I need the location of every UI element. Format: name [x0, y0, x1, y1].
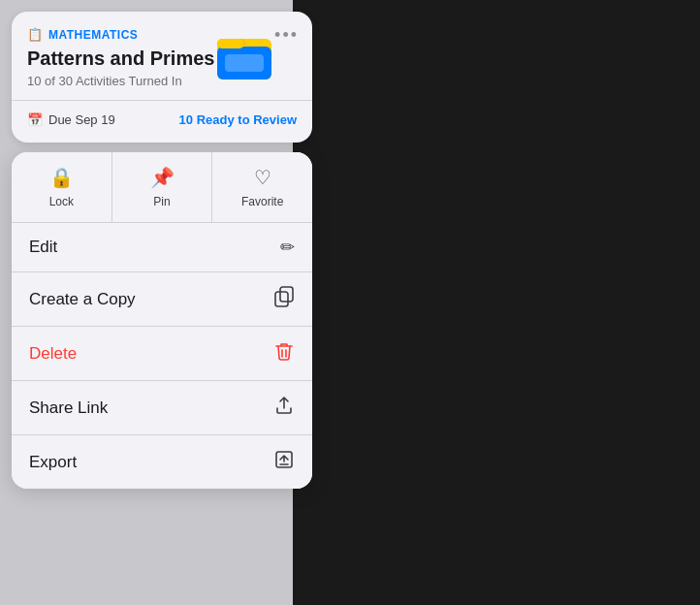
- assignment-card: 📋 MATHEMATICS Patterns and Primes 10 of …: [12, 12, 312, 143]
- svg-rect-4: [280, 287, 293, 302]
- create-copy-menu-item[interactable]: Create a Copy: [12, 272, 312, 327]
- context-menu: 🔒 Lock 📌 Pin ♡ Favorite Edit ✏ Create a …: [12, 152, 312, 489]
- due-date: 📅 Due Sep 19: [27, 112, 115, 127]
- pin-action[interactable]: 📌 Pin: [112, 152, 213, 222]
- lock-action[interactable]: 🔒 Lock: [12, 152, 112, 222]
- export-menu-item[interactable]: Export: [12, 435, 312, 489]
- share-link-label: Share Link: [29, 398, 108, 418]
- folder-icon-container: [215, 25, 273, 87]
- export-icon: [273, 449, 295, 475]
- card-divider: [12, 100, 312, 101]
- create-copy-label: Create a Copy: [29, 290, 136, 309]
- svg-rect-5: [275, 292, 288, 306]
- share-link-menu-item[interactable]: Share Link: [12, 381, 312, 435]
- delete-menu-item[interactable]: Delete: [12, 327, 312, 381]
- trash-icon: [273, 340, 295, 366]
- export-label: Export: [29, 453, 77, 472]
- pin-icon: 📌: [150, 166, 175, 189]
- card-footer: 📅 Due Sep 19 10 Ready to Review: [27, 112, 297, 127]
- edit-icon: ✏: [280, 237, 295, 258]
- subject-label: MATHEMATICS: [48, 28, 138, 42]
- edit-menu-item[interactable]: Edit ✏: [12, 223, 312, 272]
- favorite-action[interactable]: ♡ Favorite: [212, 152, 312, 222]
- due-date-label: Due Sep 19: [48, 112, 115, 127]
- ready-to-review: 10 Ready to Review: [179, 112, 297, 127]
- calendar-icon: 📅: [27, 112, 43, 127]
- content-area: 📋 MATHEMATICS Patterns and Primes 10 of …: [12, 12, 312, 489]
- lock-icon: 🔒: [49, 166, 74, 189]
- share-link-icon: [273, 395, 295, 421]
- lock-label: Lock: [49, 195, 74, 208]
- delete-label: Delete: [29, 344, 77, 364]
- action-row: 🔒 Lock 📌 Pin ♡ Favorite: [12, 152, 312, 223]
- edit-label: Edit: [29, 238, 57, 257]
- favorite-label: Favorite: [241, 195, 283, 208]
- folder-icon: [215, 25, 273, 83]
- favorite-icon: ♡: [254, 166, 271, 189]
- svg-rect-3: [225, 54, 264, 72]
- svg-rect-2: [217, 39, 244, 48]
- copy-icon: [273, 286, 295, 312]
- subject-icon: 📋: [27, 27, 43, 42]
- more-options-button[interactable]: •••: [274, 25, 299, 46]
- pin-label: Pin: [153, 195, 170, 208]
- dark-panel: [293, 0, 700, 605]
